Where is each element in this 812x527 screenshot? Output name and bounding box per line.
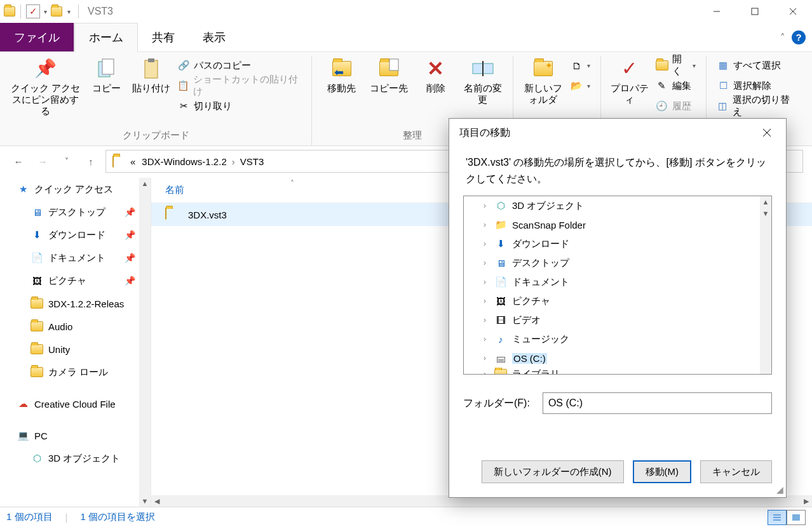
cancel-button[interactable]: キャンセル <box>700 460 772 483</box>
breadcrumb-item[interactable]: 3DX-Windows-1.2.2 <box>140 156 227 167</box>
view-details-button[interactable] <box>768 510 787 525</box>
nav-folder[interactable]: カメラ ロール <box>0 361 151 384</box>
nav-3d-objects[interactable]: ⬡3D オブジェクト <box>0 447 151 470</box>
nav-documents[interactable]: 📄ドキュメント📌 <box>0 246 151 269</box>
paste-shortcut-button[interactable]: 📋ショートカットの貼り付け <box>176 77 302 94</box>
chevron-right-icon[interactable]: › <box>480 316 489 324</box>
scroll-right-icon[interactable]: ▶ <box>801 495 812 507</box>
tree-node[interactable]: ›🖼ピクチャ <box>464 291 771 310</box>
history-button[interactable]: 🕘履歴 <box>654 98 697 114</box>
scroll-down-icon[interactable]: ▼ <box>760 208 771 219</box>
up-button[interactable]: ↑ <box>81 152 100 171</box>
paste-button[interactable]: 貼り付け <box>132 56 171 94</box>
close-button[interactable] <box>774 0 812 23</box>
view-thumbnails-button[interactable] <box>787 510 806 525</box>
forward-button[interactable]: → <box>33 152 52 171</box>
rename-icon <box>471 57 494 80</box>
folder-field-input[interactable] <box>543 392 772 414</box>
tree-node[interactable]: ›🖥デスクトップ <box>464 253 771 272</box>
nav-pictures[interactable]: 🖼ピクチャ📌 <box>0 269 151 292</box>
scroll-left-icon[interactable]: ◀ <box>151 495 163 507</box>
qat-dropdown-icon[interactable]: ▾ <box>43 8 48 15</box>
folder-icon <box>165 208 179 221</box>
dialog-close-button[interactable] <box>754 120 780 145</box>
cut-button[interactable]: ✂切り取り <box>176 98 302 114</box>
file-name: 3DX.vst3 <box>188 210 227 220</box>
nav-folder[interactable]: Unity <box>0 338 151 361</box>
tree-node-selected[interactable]: ›🖴OS (C:) <box>464 349 771 368</box>
tree-node[interactable]: ›♪ミュージック <box>464 330 771 349</box>
invert-selection-button[interactable]: ◫選択の切り替え <box>715 98 797 114</box>
window-title: VST3 <box>88 6 113 17</box>
chevron-right-icon[interactable]: › <box>480 277 489 286</box>
help-icon[interactable]: ? <box>792 30 806 44</box>
chevron-right-icon[interactable]: › <box>480 335 489 344</box>
tree-node[interactable]: ›ライブラリ <box>464 368 771 375</box>
copy-path-button[interactable]: 🔗パスのコピー <box>176 57 302 74</box>
tab-share[interactable]: 共有 <box>138 23 189 51</box>
qat-overflow-icon[interactable]: ▾ <box>65 8 73 15</box>
tree-node[interactable]: ›🎞ビデオ <box>464 310 771 330</box>
new-folder-button[interactable]: ✦ 新しいフォルダ <box>522 56 564 105</box>
svg-rect-5 <box>102 59 114 74</box>
history-icon: 🕘 <box>656 100 668 112</box>
open-button[interactable]: 開く▾ <box>654 57 697 74</box>
breadcrumb-item[interactable]: VST3 <box>239 156 266 167</box>
properties-button[interactable]: ✓ プロパティ <box>610 56 649 105</box>
chevron-right-icon[interactable]: › <box>480 370 489 375</box>
rename-button[interactable]: 名前の変更 <box>462 56 504 105</box>
tab-home[interactable]: ホーム <box>74 23 138 52</box>
recent-locations-button[interactable]: ˅ <box>57 152 76 171</box>
back-button[interactable]: ← <box>9 152 28 171</box>
delete-button[interactable]: ✕ 削除 <box>415 56 457 94</box>
nav-folder[interactable]: 3DX-1.2.2-Releas <box>0 292 151 315</box>
dialog-folder-tree[interactable]: ›⬡3D オブジェクト ›📁ScanSnap Folder ›⬇ダウンロード ›… <box>463 196 772 375</box>
qat-folder-icon[interactable] <box>51 6 62 17</box>
copy-button[interactable]: コピー <box>86 56 126 94</box>
chevron-right-icon[interactable]: › <box>232 156 235 167</box>
tab-file[interactable]: ファイル <box>0 23 74 51</box>
chevron-right-icon[interactable]: › <box>480 220 489 229</box>
select-all-button[interactable]: ▦すべて選択 <box>715 57 797 74</box>
nav-folder[interactable]: Audio <box>0 315 151 338</box>
nav-creative-cloud[interactable]: ☁Creative Cloud File <box>0 392 151 415</box>
copy-to-button[interactable]: コピー先 <box>368 56 410 94</box>
chevron-right-icon[interactable]: › <box>480 201 489 210</box>
ribbon-collapse-icon[interactable]: ˄ <box>780 32 785 43</box>
chevron-right-icon[interactable]: › <box>480 354 489 363</box>
folder-icon <box>30 366 43 378</box>
music-icon: ♪ <box>494 333 507 345</box>
scroll-down-icon[interactable]: ▼ <box>139 495 151 507</box>
edit-button[interactable]: ✎編集 <box>654 77 697 94</box>
pin-quick-access-button[interactable]: 📌 クイック アクセスにピン留めする <box>10 56 81 117</box>
select-none-button[interactable]: ☐選択解除 <box>715 77 797 94</box>
maximize-button[interactable] <box>736 0 774 23</box>
minimize-button[interactable] <box>698 0 736 23</box>
copy-to-icon <box>377 57 400 80</box>
easy-access-button[interactable]: 📂▾ <box>569 77 592 94</box>
nav-pc[interactable]: 💻PC <box>0 424 151 447</box>
tree-node[interactable]: ›⬡3D オブジェクト <box>464 196 771 215</box>
tree-node[interactable]: ›📁ScanSnap Folder <box>464 215 771 234</box>
dialog-title: 項目の移動 <box>459 126 510 140</box>
tree-scrollbar[interactable]: ▲▼ <box>760 196 771 374</box>
tree-node[interactable]: ›⬇ダウンロード <box>464 234 771 253</box>
qat-checkbox-icon[interactable]: ✓ <box>26 4 40 18</box>
scroll-up-icon[interactable]: ▲ <box>760 196 771 208</box>
nav-quick-access[interactable]: ★クイック アクセス <box>0 178 151 201</box>
svg-rect-8 <box>389 59 398 70</box>
move-to-button[interactable]: ⬅ 移動先 <box>321 56 363 94</box>
tree-node[interactable]: ›📄ドキュメント <box>464 272 771 291</box>
move-button[interactable]: 移動(M) <box>633 460 692 483</box>
nav-scrollbar[interactable]: ▲▼ <box>139 178 151 507</box>
scroll-up-icon[interactable]: ▲ <box>139 178 151 189</box>
new-folder-button[interactable]: 新しいフォルダーの作成(N) <box>482 460 624 483</box>
resize-grip-icon[interactable]: ◢ <box>776 484 783 495</box>
new-item-button[interactable]: 🗋▾ <box>569 57 592 74</box>
chevron-right-icon[interactable]: › <box>480 297 489 305</box>
nav-downloads[interactable]: ⬇ダウンロード📌 <box>0 223 151 246</box>
tab-view[interactable]: 表示 <box>189 23 240 51</box>
chevron-right-icon[interactable]: › <box>480 258 489 267</box>
chevron-right-icon[interactable]: › <box>480 239 489 248</box>
nav-desktop[interactable]: 🖥デスクトップ📌 <box>0 201 151 223</box>
